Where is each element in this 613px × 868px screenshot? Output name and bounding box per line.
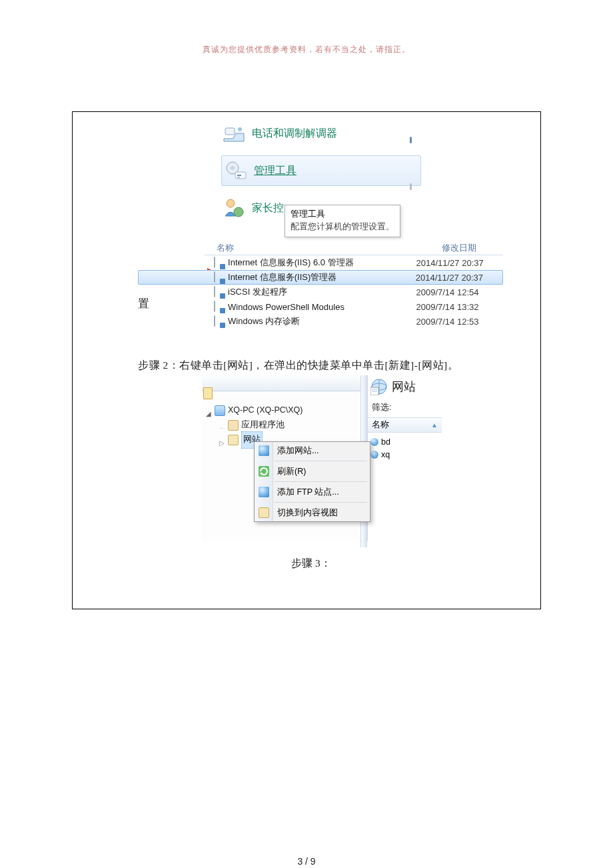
tree-label: XQ-PC (XQ-PC\XQ) [228,403,303,419]
shortcut-file-icon [214,287,224,297]
control-panel-label: 管理工具 [254,164,297,178]
column-header-date[interactable]: 修改日期 [442,243,476,255]
svg-point-6 [234,207,243,217]
tooltip-body: 配置您计算机的管理设置。 [291,221,394,233]
shortcut-file-icon [214,257,224,268]
control-panel-label: 家长控 [252,201,284,215]
step-3-text: 步骤 3： [291,557,331,571]
step-2-text: 步骤 2：右键单击[网站]，在弹出的快捷菜单中单击[新建]-[网站]。 [138,359,458,373]
svg-point-5 [227,199,235,207]
sites-column-header[interactable]: 名称 ▲ [368,417,442,433]
file-date: 2014/11/27 20:37 [416,258,497,268]
list-item[interactable]: Internet 信息服务(IIS) 6.0 管理器2014/11/27 20:… [138,255,503,270]
file-name: iSCSI 发起程序 [228,286,416,298]
sites-title-text: 网站 [392,379,416,395]
tree-branch-icon: ┈ [219,422,227,429]
site-list-item[interactable]: bd [369,435,440,448]
tooltip: 管理工具 配置您计算机的管理设置。 [285,205,400,237]
site-globe-icon [370,438,378,446]
sites-globe-icon [370,378,388,395]
context-menu: 添加网站... 刷新(R) 添加 FTP 站点... 切换到内容视图 [254,441,370,522]
svg-rect-13 [372,391,377,392]
page-frame: 电话和调制解调器 管理工具 家长控 管理工具 配置您计算机的管理设置。 置 名称… [72,111,541,609]
menu-item-switch-view[interactable]: 切换到内容视图 [255,504,370,521]
admin-tools-list: 置 名称 修改日期 Internet 信息服务(IIS) 6.0 管理器2014… [138,243,503,329]
scrollbar-fragment [410,183,412,190]
app-pool-icon [228,420,239,431]
list-item[interactable]: Internet 信息服务(IIS)管理器2014/11/27 20:37 [138,270,503,285]
menu-item-add-website[interactable]: 添加网站... [255,442,370,459]
menu-item-add-ftp[interactable]: 添加 FTP 站点... [255,483,370,501]
document-header-note: 真诚为您提供优质参考资料，若有不当之处，请指正。 [0,0,613,55]
site-globe-icon [370,451,378,459]
control-panel-label: 电话和调制解调器 [252,127,337,141]
sites-pane-title: 网站 [368,375,442,401]
menu-separator [275,461,367,461]
svg-point-3 [231,166,235,170]
parental-icon [221,196,247,220]
switch-view-icon [259,507,269,518]
menu-separator [275,502,367,503]
menu-item-label: 添加网站... [277,445,318,457]
list-header: 名称 修改日期 [138,243,503,255]
folder-nav-icon [203,387,213,399]
list-item[interactable]: Windows 内存诊断2009/7/14 12:53 [138,314,503,329]
list-item[interactable]: iSCSI 发起程序2009/7/14 12:54 [138,285,503,299]
iis-manager-section: ◢ XQ-PC (XQ-PC\XQ) ┈ 应用程序池 ▷ 网站 网站 [202,375,442,547]
file-name: Internet 信息服务(IIS)管理器 [228,271,416,283]
menu-item-label: 切换到内容视图 [277,507,338,519]
file-name: Windows 内存诊断 [228,315,416,327]
shortcut-file-icon [214,316,224,327]
phone-modem-icon [221,121,247,145]
globe-ftp-icon [259,487,269,497]
svg-rect-0 [225,128,235,135]
sites-folder-icon [228,435,239,445]
menu-separator [275,481,367,482]
tree-toggle-icon[interactable]: ◢ [206,407,213,415]
menu-item-label: 刷新(R) [277,466,306,477]
file-date: 2009/7/14 13:32 [416,302,497,312]
control-panel-item-admin-tools[interactable]: 管理工具 [221,155,421,186]
svg-point-1 [238,127,242,131]
column-header-name[interactable]: 名称 [217,243,234,255]
site-name: xq [381,450,390,459]
file-date: 2009/7/14 12:54 [416,287,497,297]
server-icon [215,405,225,416]
shortcut-file-icon [214,301,224,312]
file-name: Windows PowerShell Modules [228,302,416,312]
column-name: 名称 [372,419,389,431]
file-date: 2009/7/14 12:53 [416,317,497,327]
tree-node-app-pool[interactable]: ┈ 应用程序池 [206,418,303,433]
menu-item-refresh[interactable]: 刷新(R) [255,463,370,480]
menu-item-label: 添加 FTP 站点... [277,487,339,498]
list-item[interactable]: Windows PowerShell Modules2009/7/14 13:3… [138,299,503,314]
refresh-icon [259,466,269,477]
scrollbar-fragment [410,137,412,143]
site-name: bd [381,437,390,447]
admin-tools-icon [223,159,249,183]
svg-rect-12 [372,389,377,390]
tree-toggle-icon[interactable]: ▷ [219,437,227,444]
shortcut-file-icon [214,272,224,283]
control-panel-item-phone[interactable]: 电话和调制解调器 [221,118,421,149]
file-name: Internet 信息服务(IIS) 6.0 管理器 [228,257,416,269]
tree-node-server[interactable]: ◢ XQ-PC (XQ-PC\XQ) [206,403,303,418]
globe-add-icon [259,445,269,456]
iis-sites-pane: 网站 筛选: 名称 ▲ bdxq [367,375,442,541]
tooltip-title: 管理工具 [291,208,394,221]
sort-indicator-icon: ▲ [431,421,438,429]
site-list-item[interactable]: xq [369,448,440,461]
file-date: 2014/11/27 20:37 [416,273,496,283]
page-number: 3 / 9 [0,856,613,867]
filter-label: 筛选: [368,401,442,415]
iis-toolbar [202,375,367,391]
